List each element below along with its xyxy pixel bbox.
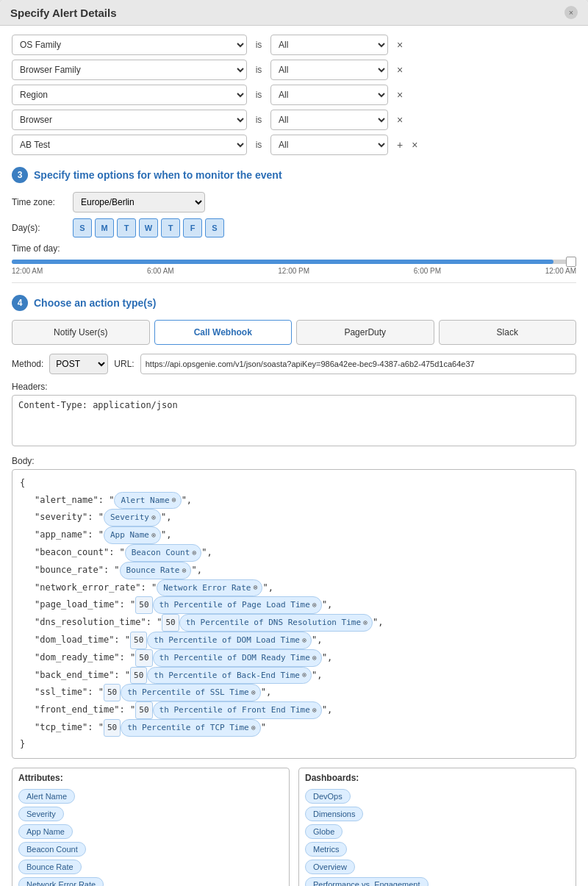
dashboard-chip-0[interactable]: DevOps — [305, 789, 351, 804]
attributes-title: Attributes: — [12, 768, 289, 786]
body-key-5: "bounce_rate": " — [35, 565, 120, 575]
filter-value-4[interactable]: All — [270, 135, 388, 155]
filter-remove-button-2[interactable]: × — [394, 87, 406, 102]
body-line-9: "dom_load_time": "50th Percentile of DOM… — [20, 632, 568, 649]
body-line-1: "alert_name": "Alert Name⊗", — [20, 492, 568, 510]
filter-value-2[interactable]: All — [270, 85, 388, 105]
day-button-6[interactable]: S — [205, 218, 224, 237]
body-key-3: "app_name": " — [35, 529, 104, 540]
body-key-11: "back_end_time": " — [35, 670, 130, 680]
percentile-chip-14[interactable]: th Percentile of TCP Time⊗ — [121, 719, 261, 737]
num-chip-12[interactable]: 50 — [104, 684, 121, 701]
percentile-chip-9[interactable]: th Percentile of DOM Load Time⊗ — [147, 632, 312, 649]
num-chip-13[interactable]: 50 — [135, 701, 152, 719]
timezone-select[interactable]: Europe/Berlin — [73, 192, 205, 212]
filter-field-4[interactable]: AB Test — [12, 135, 247, 155]
dashboard-chip-4[interactable]: Overview — [305, 860, 355, 874]
attribute-chip-2[interactable]: App Name — [18, 824, 73, 839]
filter-remove-button-3[interactable]: × — [394, 112, 406, 127]
filter-row-0: OS FamilyisAll× — [12, 35, 576, 55]
day-button-0[interactable]: S — [73, 218, 92, 237]
attribute-chip-3[interactable]: Beacon Count — [18, 842, 86, 857]
body-suffix-3: ", — [161, 529, 171, 540]
percentile-chip-12[interactable]: th Percentile of SSL Time⊗ — [121, 684, 261, 701]
body-key-10: "dom_ready_time": " — [35, 652, 135, 662]
percentile-chip-8[interactable]: th Percentile of DNS Resolution Time⊗ — [179, 614, 373, 632]
modal: Specify Alert Details × OS FamilyisAll×B… — [0, 0, 588, 886]
filter-value-1[interactable]: All — [270, 60, 388, 80]
day-button-2[interactable]: T — [117, 218, 136, 237]
action-btn-1[interactable]: Call Webhook — [154, 320, 293, 345]
filter-row-2: RegionisAll× — [12, 85, 576, 105]
percentile-chip-7[interactable]: th Percentile of Page Load Time⊗ — [153, 596, 322, 614]
tag-chip-5[interactable]: Bounce Rate⊗ — [120, 562, 192, 579]
body-key-7: "page_load_time": " — [35, 599, 135, 610]
step4-header: 4 Choose an action type(s) — [12, 295, 576, 311]
action-btn-0[interactable]: Notify User(s) — [12, 320, 150, 345]
dashboard-chip-2[interactable]: Globe — [305, 824, 343, 839]
filter-value-3[interactable]: All — [270, 110, 388, 130]
num-chip-10[interactable]: 50 — [135, 649, 152, 667]
body-suffix-2: ", — [161, 512, 171, 522]
dashboard-chip-1[interactable]: Dimensions — [305, 807, 363, 821]
num-chip-9[interactable]: 50 — [130, 632, 147, 649]
num-chip-8[interactable]: 50 — [162, 614, 179, 632]
tag-chip-1[interactable]: Alert Name⊗ — [114, 492, 181, 510]
percentile-chip-10[interactable]: th Percentile of DOM Ready Time⊗ — [153, 649, 322, 667]
filter-actions-0: × — [394, 37, 406, 52]
attribute-chip-0[interactable]: Alert Name — [18, 789, 75, 804]
percentile-chip-11[interactable]: th Percentile of Back-End Time⊗ — [147, 667, 312, 685]
slider-thumb[interactable] — [566, 257, 576, 267]
body-key-4: "beacon_count": " — [35, 547, 125, 557]
day-button-1[interactable]: M — [95, 218, 114, 237]
filter-remove-button-0[interactable]: × — [394, 37, 406, 52]
day-button-5[interactable]: F — [183, 218, 202, 237]
headers-textarea[interactable] — [12, 395, 576, 446]
filter-add-button-4[interactable]: + — [394, 137, 406, 152]
num-chip-7[interactable]: 50 — [135, 596, 152, 614]
attributes-list: Alert NameSeverityApp NameBeacon CountBo… — [12, 786, 289, 886]
filter-remove-button-4[interactable]: × — [409, 137, 420, 152]
filter-field-1[interactable]: Browser Family — [12, 60, 247, 80]
day-button-3[interactable]: W — [139, 218, 158, 237]
tag-chip-3[interactable]: App Name⊗ — [104, 526, 161, 544]
body-line-3: "app_name": "App Name⊗", — [20, 526, 568, 544]
tag-chip-2[interactable]: Severity⊗ — [104, 509, 161, 526]
num-chip-11[interactable]: 50 — [130, 667, 147, 685]
action-btn-3[interactable]: Slack — [439, 320, 577, 345]
body-key-2: "severity": " — [35, 512, 104, 522]
day-button-4[interactable]: T — [161, 218, 180, 237]
time-of-day-row: Time of day: — [12, 243, 576, 254]
body-line-0: { — [20, 476, 568, 492]
dashboards-list: DevOpsDimensionsGlobeMetricsOverviewPerf… — [299, 786, 576, 886]
dashboard-chip-5[interactable]: Performance vs. Engagement — [305, 877, 429, 886]
filter-remove-button-1[interactable]: × — [394, 62, 406, 77]
num-chip-14[interactable]: 50 — [104, 719, 121, 737]
filter-value-0[interactable]: All — [270, 35, 388, 55]
headers-label: Headers: — [12, 382, 576, 392]
action-btn-2[interactable]: PagerDuty — [296, 320, 434, 345]
slider-track[interactable] — [12, 260, 576, 264]
tag-chip-6[interactable]: Network Error Rate⊗ — [157, 579, 262, 597]
attribute-chip-1[interactable]: Severity — [18, 807, 64, 821]
timezone-label: Time zone: — [12, 197, 67, 207]
dashboards-title: Dashboards: — [299, 768, 576, 786]
method-select[interactable]: POST — [49, 354, 108, 374]
attribute-chip-4[interactable]: Bounce Rate — [18, 860, 82, 874]
filter-field-2[interactable]: Region — [12, 85, 247, 105]
filter-row-3: BrowserisAll× — [12, 110, 576, 130]
modal-title: Specify Alert Details — [10, 7, 117, 19]
body-line-12: "ssl_time": "50th Percentile of SSL Time… — [20, 684, 568, 701]
days-row: Day(s): SMTWTFS — [12, 218, 576, 237]
dashboard-chip-3[interactable]: Metrics — [305, 842, 347, 857]
filter-field-3[interactable]: Browser — [12, 110, 247, 130]
step3-number: 3 — [12, 167, 28, 183]
filter-field-0[interactable]: OS Family — [12, 35, 247, 55]
percentile-chip-13[interactable]: th Percentile of Front End Time⊗ — [153, 701, 322, 719]
attribute-chip-5[interactable]: Network Error Rate — [18, 877, 104, 886]
body-line-4: "beacon_count": "Beacon Count⊗", — [20, 544, 568, 562]
tag-chip-4[interactable]: Beacon Count⊗ — [125, 544, 202, 562]
url-input[interactable] — [140, 354, 576, 374]
close-button[interactable]: × — [564, 6, 578, 19]
body-editor[interactable]: {"alert_name": "Alert Name⊗","severity":… — [12, 469, 576, 759]
